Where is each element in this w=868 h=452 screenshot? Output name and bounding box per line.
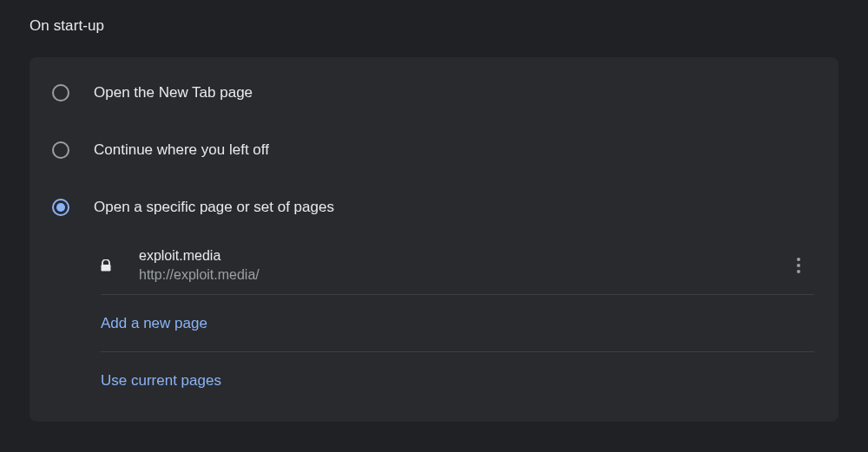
radio-label: Open the New Tab page — [94, 84, 253, 102]
svg-point-2 — [797, 264, 800, 267]
svg-point-3 — [797, 270, 800, 273]
startup-card: Open the New Tab page Continue where you… — [30, 57, 838, 422]
specific-pages-block: exploit.media http://exploit.media/ Add … — [30, 236, 838, 409]
radio-label: Open a specific page or set of pages — [94, 199, 334, 216]
add-new-page-label: Add a new page — [101, 315, 207, 332]
use-current-pages-label: Use current pages — [101, 372, 221, 390]
more-actions-button[interactable] — [783, 250, 814, 281]
radio-label: Continue where you left off — [94, 141, 269, 159]
vertical-dots-icon — [797, 258, 800, 273]
radio-option-new-tab[interactable]: Open the New Tab page — [30, 64, 838, 121]
radio-option-continue[interactable]: Continue where you left off — [30, 121, 838, 179]
favicon-lock-icon — [101, 259, 139, 272]
radio-checked-icon — [52, 199, 69, 216]
radio-unchecked-icon — [52, 141, 69, 159]
svg-point-1 — [797, 258, 800, 261]
section-title: On start-up — [30, 17, 838, 35]
startup-page-url: http://exploit.media/ — [139, 265, 783, 285]
radio-unchecked-icon — [52, 84, 69, 102]
use-current-pages-button[interactable]: Use current pages — [101, 352, 814, 409]
svg-rect-0 — [102, 265, 111, 272]
startup-page-entry: exploit.media http://exploit.media/ — [101, 236, 814, 295]
startup-page-title: exploit.media — [139, 246, 783, 265]
add-new-page-button[interactable]: Add a new page — [101, 295, 814, 352]
radio-option-specific-pages[interactable]: Open a specific page or set of pages — [30, 179, 838, 236]
